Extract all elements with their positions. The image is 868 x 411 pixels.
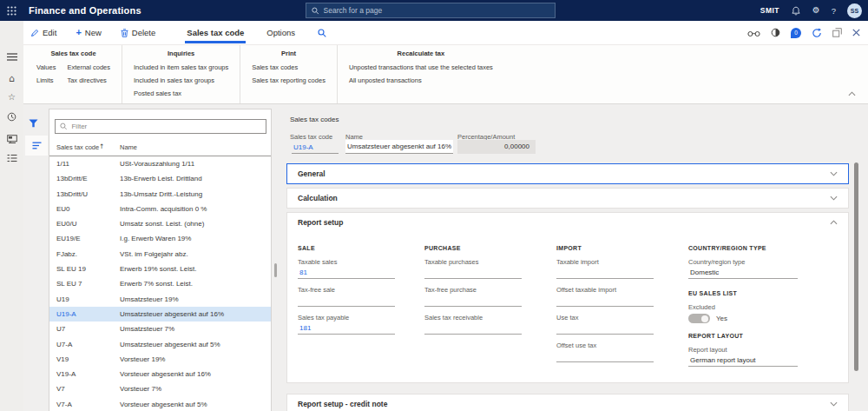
- panel-splitter-handle[interactable]: [274, 263, 277, 277]
- ribbon-action[interactable]: Tax directives: [67, 76, 110, 84]
- ribbon-action[interactable]: Values: [36, 63, 56, 71]
- filter-funnel-icon[interactable]: [29, 116, 38, 131]
- list-item[interactable]: EU0/UUmsatz sonst. Leist. (ohne): [49, 216, 271, 231]
- glasses-icon[interactable]: [747, 29, 760, 37]
- field-input[interactable]: [556, 323, 654, 335]
- refresh-icon[interactable]: [812, 28, 822, 38]
- list-item[interactable]: U7-AUmsatzsteuer abgesenkt auf 5%: [49, 337, 271, 352]
- list-item-code: EU0: [56, 205, 70, 213]
- excluded-toggle[interactable]: [688, 314, 710, 323]
- section-calculation-header[interactable]: Calculation: [287, 189, 848, 208]
- modules-list-icon[interactable]: [0, 150, 23, 166]
- ribbon-action[interactable]: Posted sales tax: [134, 89, 228, 97]
- sales-tax-code-value-link[interactable]: U19-A: [292, 142, 339, 154]
- company-selector[interactable]: SMIT: [760, 6, 779, 15]
- open-in-new-window-icon[interactable]: [832, 28, 842, 37]
- field-label: Report layout: [688, 346, 798, 354]
- field-value-link[interactable]: 181: [298, 323, 395, 335]
- field-input[interactable]: [556, 268, 654, 279]
- list-item-name: Erwerb 7% sonst. Leist.: [120, 280, 193, 288]
- field-value-link[interactable]: 81: [298, 268, 395, 279]
- column-header-sales-tax-code[interactable]: Sales tax code: [56, 143, 99, 151]
- report-layout-input[interactable]: German report layout: [688, 355, 798, 367]
- user-avatar[interactable]: SS: [847, 3, 862, 18]
- list-item[interactable]: 13bDritt/U13b-Umsatz Dritt.-Leistung: [49, 187, 271, 202]
- close-icon[interactable]: [852, 29, 860, 36]
- country-region-type-input[interactable]: Domestic: [688, 268, 798, 279]
- list-item-name: USt-Vorauszahlung 1/11: [120, 160, 194, 168]
- list-item[interactable]: 1/11USt-Vorauszahlung 1/11: [49, 156, 271, 171]
- list-item[interactable]: U7Umsatzsteuer 7%: [49, 322, 271, 336]
- list-item[interactable]: SL EU 19Erwerb 19% sonst. Leist.: [49, 262, 271, 276]
- list-item[interactable]: SL EU 7Erwerb 7% sonst. Leist.: [49, 276, 271, 291]
- list-item[interactable]: U19-AUmsatzsteuer abgesenkt auf 16%: [49, 307, 271, 322]
- hamburger-menu-icon[interactable]: [0, 49, 23, 64]
- section-report-setup-credit-note-header[interactable]: Report setup - credit note: [287, 394, 848, 411]
- contrast-icon[interactable]: [771, 28, 780, 37]
- attachments-count-badge[interactable]: 0: [791, 28, 801, 38]
- list-item[interactable]: V19Vorsteuer 19%: [49, 352, 271, 367]
- list-view-panel-icon[interactable]: [25, 136, 48, 156]
- ribbon-action[interactable]: Limits: [36, 76, 56, 84]
- list-item-code: FJabz.: [56, 250, 77, 258]
- new-button[interactable]: + New: [76, 28, 101, 37]
- recent-clock-icon[interactable]: [0, 109, 23, 125]
- field-input[interactable]: [424, 295, 522, 307]
- report-field: Taxable sales81: [298, 258, 395, 279]
- sort-ascending-icon[interactable]: ↑: [99, 143, 104, 150]
- app-launcher-waffle-icon[interactable]: [0, 0, 23, 21]
- section-report-setup-header[interactable]: Report setup: [287, 213, 848, 232]
- ribbon-action[interactable]: Sales tax codes: [252, 63, 326, 71]
- tab-options[interactable]: Options: [265, 21, 297, 44]
- list-item-name: Umsatzsteuer abgesenkt auf 5%: [120, 341, 220, 348]
- tab-sales-tax-code[interactable]: Sales tax code: [185, 21, 246, 44]
- ribbon-action[interactable]: All unposted transactions: [349, 76, 493, 84]
- field-input[interactable]: [424, 268, 522, 279]
- ribbon-action[interactable]: Included in item sales tax groups: [134, 63, 228, 71]
- help-icon[interactable]: ?: [832, 6, 836, 16]
- report-field: Use tax: [556, 314, 654, 335]
- field-input[interactable]: [556, 351, 654, 362]
- workspaces-icon[interactable]: [0, 131, 23, 147]
- list-item[interactable]: EU19/EI.g. Erwerb Waren 19%: [49, 231, 271, 246]
- field-input[interactable]: [298, 295, 395, 307]
- edit-button[interactable]: Edit: [30, 28, 56, 37]
- home-icon[interactable]: ⌂: [0, 73, 23, 84]
- favorites-star-icon[interactable]: ☆: [0, 92, 23, 102]
- list-item-name: Vorsteuer abgesenkt auf 5%: [120, 401, 207, 408]
- details-scrollbar-thumb[interactable]: [854, 162, 858, 371]
- notifications-bell-icon[interactable]: [791, 6, 801, 16]
- ribbon-action[interactable]: Included in sales tax groups: [134, 76, 228, 84]
- list-item[interactable]: EU0Intra-Comm. acquisition 0 %: [49, 202, 271, 216]
- tax-codes-list-panel: Sales tax code ↑ Name 1/11USt-Vorauszahl…: [49, 109, 272, 411]
- column-header-name[interactable]: Name: [120, 143, 137, 151]
- list-item-name: Umsatzsteuer 7%: [120, 325, 174, 333]
- list-item[interactable]: V7-AVorsteuer abgesenkt auf 5%: [49, 397, 271, 411]
- collapse-ribbon-chevron-icon[interactable]: [848, 84, 856, 100]
- ribbon-action[interactable]: Unposted transactions that use the selec…: [349, 63, 493, 71]
- list-filter-input[interactable]: [71, 123, 261, 130]
- page-search-input[interactable]: [324, 6, 549, 15]
- delete-button[interactable]: Delete: [121, 28, 155, 37]
- list-item[interactable]: U19Umsatzsteuer 19%: [49, 292, 271, 307]
- name-input[interactable]: Umsatzsteuer abgesenkt auf 16%: [345, 140, 453, 154]
- list-item[interactable]: V7Vorsteuer 7%: [49, 381, 271, 396]
- ribbon-action[interactable]: Sales tax reporting codes: [252, 76, 326, 84]
- page-search-box[interactable]: [306, 3, 556, 18]
- section-general-header[interactable]: General: [287, 164, 848, 183]
- list-item[interactable]: 13bDritt/E13b-Erwerb Leist. Drittland: [49, 171, 271, 186]
- field-input[interactable]: [424, 323, 522, 335]
- report-field: Taxable import: [556, 258, 654, 279]
- list-filter-box[interactable]: [55, 119, 266, 134]
- action-search-icon[interactable]: [318, 29, 326, 37]
- ribbon-action[interactable]: External codes: [67, 63, 110, 71]
- list-item[interactable]: FJabz.VSt. im Folgejahr abz.: [49, 247, 271, 262]
- ribbon-group: InquiriesIncluded in item sales tax grou…: [122, 45, 240, 103]
- top-navigation-bar: Finance and Operations SMIT ⚙ ? SS: [0, 0, 868, 21]
- purchase-column-title: PURCHASE: [424, 245, 522, 251]
- list-item[interactable]: V19-AVorsteuer abgesenkt auf 16%: [49, 367, 271, 381]
- list-item-code: SL EU 19: [56, 265, 86, 273]
- tab-sales-tax-code-label: Sales tax code: [187, 28, 244, 37]
- field-input[interactable]: [556, 295, 654, 307]
- settings-gear-icon[interactable]: ⚙: [812, 6, 820, 15]
